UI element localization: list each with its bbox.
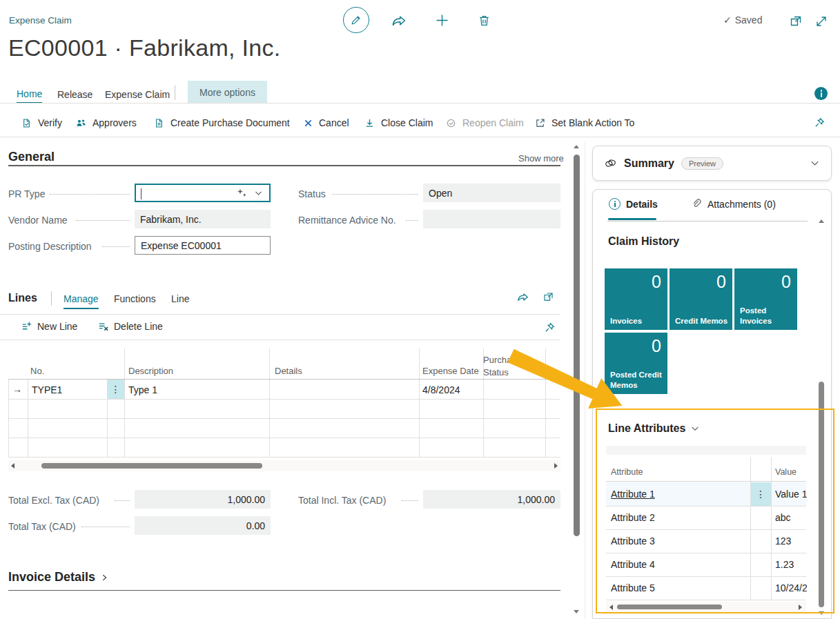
scroll-right-icon[interactable] [554,463,558,469]
lines-tab-manage[interactable]: Manage [64,293,99,309]
panel-scroll-up-icon[interactable] [819,219,824,223]
vendor-name-field: Fabrikam, Inc. [135,210,271,228]
attr-row-2[interactable]: Attribute 2 [611,512,655,523]
saved-label: Saved [735,14,763,26]
tile-posted-invoices[interactable]: 0 Posted Invoices [734,268,797,330]
attr-row-1[interactable]: Attribute 1 [611,489,655,500]
chevron-right-icon [99,573,109,582]
tile-credit-memos[interactable]: 0 Credit Memos [670,268,732,330]
invoice-details-section[interactable]: Invoice Details [8,570,109,584]
attr-value-3[interactable]: 123 [775,536,807,547]
set-blank-action-button[interactable]: Set Blank Action To [534,113,634,132]
actionbar-divider [0,137,840,137]
cell-description[interactable]: Type 1 [128,384,157,395]
attr-row-menu-button[interactable]: ⋮ [750,482,771,506]
tab-expense-claim[interactable]: Expense Claim [105,85,170,104]
lines-section-title: Lines [8,292,37,304]
main-vscroll-thumb[interactable] [574,155,580,536]
cancel-x-icon [303,118,313,128]
info-icon[interactable] [814,87,828,100]
tile-invoices[interactable]: 0 Invoices [605,268,667,330]
cell-expense-date[interactable]: 4/8/2024 [422,384,460,395]
posting-description-label: Posting Description [8,241,92,252]
open-in-window-icon[interactable] [789,14,803,28]
total-tax-label: Total Tax (CAD) [8,521,76,532]
close-claim-button[interactable]: Close Claim [364,113,433,132]
new-line-label: New Line [37,321,77,332]
tab-home[interactable]: Home [17,85,42,104]
cancel-button[interactable]: Cancel [303,113,349,132]
col-header-details[interactable]: Details [275,366,302,376]
scroll-left-icon[interactable] [11,463,14,469]
create-purchase-document-button[interactable]: Create Purchase Document [153,113,290,132]
value-col-header[interactable]: Value [775,467,797,477]
resize-icon[interactable] [814,14,828,28]
details-info-icon [609,198,621,210]
page-title: EC00001 · Fabrikam, Inc. [8,35,281,61]
col-header-no[interactable]: No. [30,366,44,376]
posting-description-field[interactable]: Expense EC00001 [135,236,271,255]
lines-hscrollbar[interactable] [8,460,560,471]
share-icon[interactable] [391,12,407,29]
tab-details[interactable]: Details [609,198,658,210]
status-label: Status [298,188,326,199]
lines-popout-icon[interactable] [543,291,554,303]
expense-claim-window: Expense Claim EC00001 · Fabrikam, Inc. ✓… [0,0,840,619]
scroll-left-icon[interactable] [609,605,613,610]
attr-value-4[interactable]: 1.23 [775,559,807,570]
remittance-advice-label: Remittance Advice No. [298,215,396,226]
attr-value-2[interactable]: abc [775,512,807,523]
col-header-description[interactable]: Description [128,366,173,376]
delete-line-icon [97,320,109,332]
total-incl-tax-value: 1,000.00 [423,490,560,509]
main-scroll-up-icon[interactable] [574,145,579,148]
attr-row-4[interactable]: Attribute 4 [611,559,655,570]
lines-hscroll-thumb[interactable] [41,463,262,469]
attr-hscrollbar[interactable] [606,602,806,613]
main-scroll-down-icon[interactable] [574,610,579,613]
tab-more-options[interactable]: More options [188,81,267,104]
pr-type-field[interactable] [135,184,271,202]
tabstrip-divider [0,103,840,104]
delete-icon[interactable] [477,13,491,28]
add-icon[interactable] [434,12,450,28]
tile-posted-credit-memos[interactable]: 0 Posted Credit Memos [605,333,667,394]
panel-scroll-down-icon[interactable] [819,611,824,615]
details-tab-label: Details [626,199,658,210]
lines-share-icon[interactable] [516,291,529,304]
lines-tab-line[interactable]: Line [171,293,189,308]
reopen-claim-icon [445,117,457,129]
delete-line-button[interactable]: Delete Line [97,320,163,332]
attr-row-3[interactable]: Attribute 3 [611,536,655,547]
attr-row-5[interactable]: Attribute 5 [611,582,655,593]
summary-chevron-icon[interactable] [810,158,820,168]
new-line-button[interactable]: New Line [21,320,77,332]
row-indicator-arrow: → [12,384,22,395]
col-header-purchase-status[interactable]: Purchase Status [483,354,523,378]
chevron-down-icon[interactable] [254,188,263,197]
approvers-label: Approvers [92,117,137,128]
row-menu-button[interactable]: ⋮ [107,380,124,399]
line-attributes-title[interactable]: Line Attributes [608,422,700,435]
cell-no[interactable]: TYPE1 [32,384,62,395]
pin-icon[interactable] [813,116,826,129]
approvers-button[interactable]: Approvers [75,113,137,132]
attr-value-1[interactable]: Value 1 [775,489,807,500]
breadcrumb[interactable]: Expense Claim [9,15,72,26]
tab-release[interactable]: Release [57,85,92,104]
lines-tab-functions[interactable]: Functions [114,293,156,308]
scroll-right-icon[interactable] [799,605,802,610]
lines-pin-icon[interactable] [543,321,556,334]
show-more-link[interactable]: Show more [518,153,564,164]
edit-button[interactable] [343,7,369,33]
tab-attachments[interactable]: Attachments (0) [690,198,776,210]
panel-vscroll-thumb[interactable] [819,382,824,607]
attr-value-5[interactable]: 10/24/2 [775,582,807,593]
attr-col-header[interactable]: Attribute [611,467,643,477]
attr-hscroll-thumb[interactable] [617,605,722,609]
status-field: Open [423,184,560,202]
col-header-expense-date[interactable]: Expense Date [422,366,479,376]
reopen-claim-button[interactable]: Reopen Claim [445,113,524,132]
total-excl-tax-label: Total Excl. Tax (CAD) [8,495,99,506]
verify-button[interactable]: Verify [21,113,62,132]
